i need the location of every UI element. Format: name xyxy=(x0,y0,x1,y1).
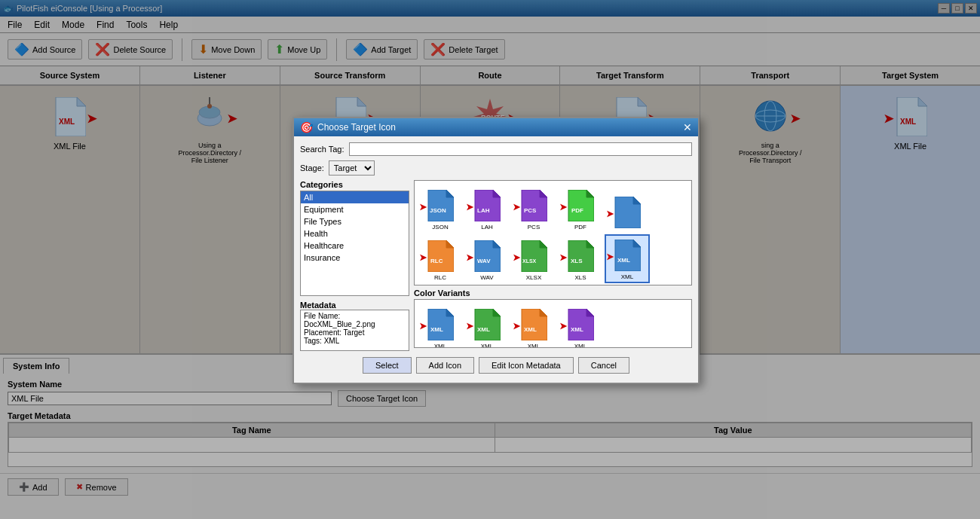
svg-marker-58 xyxy=(493,309,501,316)
icon-pdf[interactable]: PDF ➤ PDF xyxy=(558,184,603,233)
cat-health[interactable]: Health xyxy=(301,227,409,240)
color-variants-title: Color Variants xyxy=(414,289,692,298)
file-name-label: File Name: xyxy=(304,312,340,320)
tags-row: Tags: XML xyxy=(304,337,406,345)
placement-row: Placement: Target xyxy=(304,328,406,337)
svg-marker-55 xyxy=(446,309,454,316)
metadata-title: Metadata xyxy=(300,301,409,310)
svg-text:WAV: WAV xyxy=(477,258,491,264)
svg-text:XML: XML xyxy=(430,326,443,333)
search-tag-label: Search Tag: xyxy=(300,145,345,154)
icon-blue-blank[interactable]: ➤ xyxy=(605,184,650,233)
svg-text:XML: XML xyxy=(524,326,537,333)
svg-marker-64 xyxy=(586,309,594,316)
icons-grid: JSON ➤ JSON LAH ➤ LAH xyxy=(414,180,692,285)
svg-marker-61 xyxy=(540,309,547,316)
color-variant-blue[interactable]: XML ➤ XML xyxy=(418,303,463,348)
edit-icon-metadata-button[interactable]: Edit Icon Metadata xyxy=(479,357,574,374)
svg-marker-25 xyxy=(493,190,501,197)
tags-value: Tags: XML xyxy=(304,337,339,345)
icons-panel: JSON ➤ JSON LAH ➤ LAH xyxy=(414,180,692,351)
icon-xlsx[interactable]: XLSX ➤ XLSX xyxy=(511,234,556,283)
icon-wav[interactable]: WAV ➤ WAV xyxy=(464,234,510,283)
svg-text:XML: XML xyxy=(571,326,583,333)
search-tag-input[interactable] xyxy=(349,142,692,156)
icon-xml[interactable]: XML ➤ XML xyxy=(605,234,650,283)
svg-text:RLC: RLC xyxy=(430,258,443,264)
dialog-buttons: Select Add Icon Edit Icon Metadata Cance… xyxy=(300,351,692,377)
svg-text:XML: XML xyxy=(477,326,490,333)
dialog-close-button[interactable]: ✕ xyxy=(683,121,692,133)
search-row: Search Tag: xyxy=(300,142,692,156)
placement-value: Placement: Target xyxy=(304,328,364,337)
svg-marker-42 xyxy=(540,240,547,248)
color-variants-grid: XML ➤ XML XML ➤ XML xyxy=(414,299,692,348)
dialog-titlebar: 🎯 Choose Target Icon ✕ xyxy=(294,118,698,136)
svg-text:LAH: LAH xyxy=(477,207,490,214)
cancel-button[interactable]: Cancel xyxy=(578,357,629,374)
stage-row: Stage: Target Source All xyxy=(300,160,692,176)
categories-panel: Categories All Equipment File Types Heal… xyxy=(300,180,409,351)
icon-pcs[interactable]: PCS ➤ PCS xyxy=(511,184,556,233)
svg-marker-39 xyxy=(493,240,501,248)
svg-text:XML: XML xyxy=(617,257,630,264)
cat-insurance[interactable]: Insurance xyxy=(301,252,409,264)
icon-orange-blank[interactable]: ➤ xyxy=(418,285,463,285)
choose-target-icon-dialog: 🎯 Choose Target Icon ✕ Search Tag: Stage… xyxy=(292,117,700,384)
file-name-row: File Name: DocXML_Blue_2.png xyxy=(304,312,406,328)
svg-text:PDF: PDF xyxy=(571,207,583,214)
categories-list[interactable]: All Equipment File Types Health Healthca… xyxy=(300,191,409,296)
add-icon-button[interactable]: Add Icon xyxy=(416,357,474,374)
stage-select[interactable]: Target Source All xyxy=(329,160,375,176)
svg-text:XLSX: XLSX xyxy=(522,258,537,264)
color-variant-orange[interactable]: XML ➤ XML xyxy=(511,303,556,348)
icon-lah[interactable]: LAH ➤ LAH xyxy=(464,184,510,233)
icon-xls[interactable]: XLS ➤ XLS xyxy=(558,234,603,283)
color-variant-purple[interactable]: XML ➤ XML xyxy=(558,303,603,348)
svg-marker-45 xyxy=(586,240,594,248)
file-name-value: DocXML_Blue_2.png xyxy=(304,320,375,328)
icon-rlc[interactable]: RLC ➤ RLC xyxy=(418,234,463,283)
dialog-title: Choose Target Icon xyxy=(317,122,396,133)
icon-json[interactable]: JSON ➤ JSON xyxy=(418,184,463,233)
metadata-section: Metadata File Name: DocXML_Blue_2.png Pl… xyxy=(300,301,409,351)
svg-marker-34 xyxy=(633,197,641,204)
color-variant-green[interactable]: XML ➤ XML xyxy=(464,303,510,348)
dialog-icon: 🎯 xyxy=(300,121,313,133)
cat-file-types[interactable]: File Types xyxy=(301,215,409,227)
icon-purple-blank[interactable]: ➤ xyxy=(464,285,510,285)
categories-title: Categories xyxy=(300,180,409,189)
svg-text:XLS: XLS xyxy=(571,258,583,264)
cat-healthcare[interactable]: Healthcare xyxy=(301,240,409,252)
metadata-content: File Name: DocXML_Blue_2.png Placement: … xyxy=(300,310,409,351)
cat-all[interactable]: All xyxy=(301,191,409,203)
dialog-main: Categories All Equipment File Types Heal… xyxy=(300,180,692,351)
cat-equipment[interactable]: Equipment xyxy=(301,203,409,215)
svg-marker-48 xyxy=(633,240,641,247)
svg-marker-28 xyxy=(540,190,547,197)
svg-text:PCS: PCS xyxy=(524,207,537,214)
svg-marker-36 xyxy=(446,240,454,248)
stage-label: Stage: xyxy=(300,163,324,172)
select-button[interactable]: Select xyxy=(363,357,412,374)
svg-marker-22 xyxy=(446,190,454,197)
svg-marker-31 xyxy=(586,190,594,197)
dialog-body: Search Tag: Stage: Target Source All Cat… xyxy=(294,136,698,383)
svg-text:JSON: JSON xyxy=(430,207,446,214)
